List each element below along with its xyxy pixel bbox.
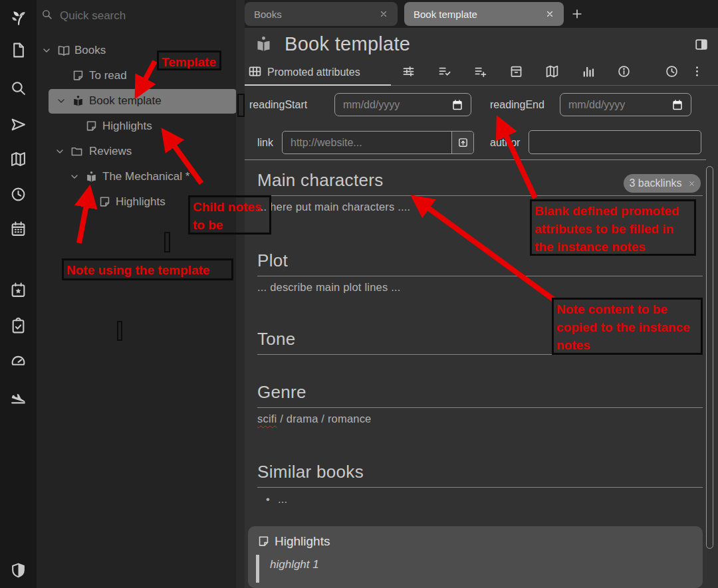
link-input[interactable] (282, 131, 474, 154)
folder-icon (70, 145, 84, 158)
note-tree: Books To read Book template Highlights R… (37, 0, 236, 588)
author-input[interactable] (529, 130, 701, 154)
app-window: Books To read Book template Highlights R… (0, 0, 718, 588)
reading-start-input[interactable] (334, 93, 471, 116)
map-icon[interactable] (545, 64, 559, 78)
split-pane-toggle-icon[interactable] (694, 37, 709, 52)
included-note-card: Highlights highlght 1 (248, 526, 703, 588)
annotation-artifact-box (237, 94, 245, 117)
section-body-plot[interactable]: ... describe main plot lines ... (257, 281, 401, 294)
misspelled-word: scifi (257, 413, 277, 425)
note-map-icon[interactable] (10, 151, 27, 168)
section-heading-genre[interactable]: Genre (257, 382, 703, 408)
tree-item-label: Book template (89, 94, 162, 108)
link-field[interactable] (283, 132, 452, 153)
close-icon[interactable] (379, 9, 388, 19)
shield-icon[interactable] (10, 562, 27, 579)
chevron-down-icon[interactable] (55, 146, 65, 157)
recent-changes-history-icon[interactable] (10, 186, 27, 203)
book-reader-icon (72, 94, 85, 108)
reading-start-label: readingStart (249, 99, 307, 111)
gauge-icon[interactable] (10, 353, 27, 370)
tab-bar: Books Book template (245, 0, 718, 28)
open-book-icon (57, 44, 70, 57)
history-icon[interactable] (665, 64, 679, 78)
tab-label: Book template (414, 9, 477, 20)
quick-search-input[interactable] (60, 9, 219, 23)
tree-item-label: The Mechanical * (102, 170, 189, 183)
list-plus-icon[interactable] (473, 64, 487, 78)
calendar-star-icon[interactable] (10, 282, 27, 299)
plane-icon[interactable] (10, 389, 27, 406)
book-reader-icon (85, 170, 98, 183)
section-body-genre[interactable]: scifi / drama / romance (257, 413, 372, 425)
calendar-icon[interactable] (671, 99, 683, 111)
new-note-document-icon[interactable] (10, 42, 27, 59)
tab-book-template[interactable]: Book template (404, 2, 564, 26)
annotation-blank-attrs-label: Blank defined promoted attributes to be … (530, 199, 696, 256)
section-body-main-characters[interactable]: ... here put main characters .... (257, 201, 410, 213)
tree-item-label: Reviews (89, 145, 132, 158)
quick-search-icon[interactable] (41, 9, 53, 20)
note-title[interactable]: Book template (285, 33, 410, 55)
included-note-title[interactable]: Highlights (275, 534, 330, 549)
genre-rest: / drama / romance (277, 413, 371, 425)
clipboard-check-icon[interactable] (10, 318, 27, 335)
tree-item-label: To read (89, 69, 127, 82)
ribbon-active-underline (245, 84, 391, 86)
included-note-quote[interactable]: highlght 1 (270, 558, 319, 571)
note-icon (85, 120, 98, 133)
tree-item-label: Highlights (116, 195, 166, 209)
info-icon[interactable] (617, 64, 631, 78)
annotation-artifact-box (164, 232, 170, 252)
annotation-note-using-label: Note using the template (62, 258, 233, 280)
promoted-attributes-grid-icon (248, 64, 262, 78)
note-title-book-reader-icon (255, 35, 273, 52)
new-tab-plus-icon[interactable] (570, 7, 584, 21)
note-icon (257, 535, 270, 547)
ribbon-tab-promoted-attributes[interactable]: Promoted attributes (267, 66, 360, 78)
paper-plane-icon[interactable] (10, 116, 27, 134)
annotation-artifact-box (117, 321, 122, 341)
note-icon (72, 69, 85, 82)
scrollbar-thumb[interactable] (706, 166, 713, 549)
tree-item-label: Books (74, 44, 106, 57)
bar-chart-icon[interactable] (581, 64, 595, 78)
author-label: author (490, 137, 520, 149)
calendar-icon[interactable] (451, 99, 463, 111)
section-heading-main-characters[interactable]: Main characters (257, 170, 703, 196)
note-icon (98, 195, 112, 209)
kebab-menu-icon[interactable] (690, 64, 704, 78)
archive-box-icon[interactable] (509, 64, 523, 78)
section-heading-similar-books[interactable]: Similar books (257, 462, 703, 488)
reading-end-input[interactable] (560, 93, 691, 116)
chevron-down-icon[interactable] (41, 45, 52, 56)
tree-scroll-gutter (236, 0, 245, 588)
list-check-icon[interactable] (437, 64, 451, 78)
similar-books-bullet[interactable]: ... (266, 493, 287, 506)
tab-label: Books (254, 9, 282, 20)
ribbon-border (391, 85, 718, 86)
author-field[interactable] (529, 131, 701, 153)
reading-start-field[interactable] (335, 94, 471, 116)
annotation-template-label: Template (157, 50, 221, 70)
annotation-child-notes-label: Child notes to be copied (188, 195, 271, 235)
open-link-button[interactable] (451, 132, 473, 153)
sprout-logo-icon[interactable] (10, 9, 27, 27)
tab-books[interactable]: Books (245, 2, 398, 26)
close-icon[interactable] (545, 9, 554, 19)
annotation-note-content-label: Note content to be copied to the instanc… (552, 298, 703, 355)
attributes-separator (245, 159, 706, 160)
open-external-icon (457, 137, 469, 148)
calendar-icon[interactable] (10, 221, 27, 238)
launcher-bar (0, 0, 37, 588)
blockquote-bar (256, 555, 259, 583)
reading-end-label: readingEnd (490, 99, 544, 111)
search-icon[interactable] (10, 80, 27, 97)
sliders-icon[interactable] (402, 64, 416, 78)
chevron-down-icon[interactable] (56, 96, 66, 106)
link-label: link (257, 137, 273, 149)
chevron-down-icon[interactable] (69, 171, 80, 182)
tree-item-label: Highlights (102, 120, 152, 133)
